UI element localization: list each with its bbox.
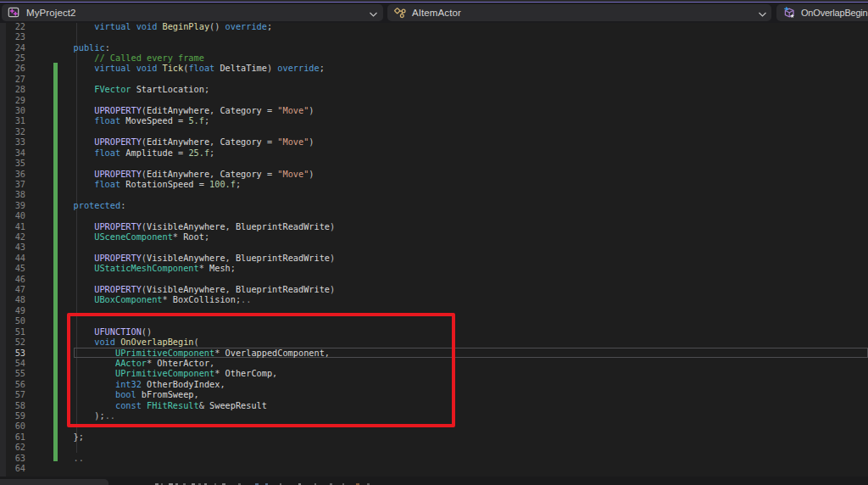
line-number: 55 [0, 368, 25, 378]
member-dropdown-label: OnOverlapBegin( [801, 8, 868, 18]
line-number: 26 [0, 63, 25, 73]
line-number: 52 [0, 337, 25, 347]
code-line[interactable]: protected: [74, 200, 126, 210]
code-line[interactable]: virtual void Tick(float DeltaTime) overr… [74, 63, 325, 73]
line-number: 50 [0, 315, 25, 326]
chevron-down-icon [758, 9, 767, 20]
line-number: 29 [0, 95, 25, 105]
line-number: 61 [0, 432, 25, 442]
line-number: 47 [0, 284, 25, 294]
line-number: 38 [0, 189, 25, 199]
class-scope-dropdown-label: AItemActor [412, 8, 461, 18]
line-number: 45 [0, 263, 25, 273]
line-number: 37 [0, 179, 25, 189]
code-line[interactable]: float MoveSpeed = 5.f; [74, 115, 209, 125]
line-number: 58 [0, 400, 25, 410]
code-line[interactable]: // Called every frame [74, 53, 204, 63]
line-number: 25 [0, 53, 25, 63]
line-number: 40 [0, 210, 25, 220]
code-line[interactable]: float RotationSpeed = 100.f; [74, 179, 242, 189]
line-number: 28 [0, 84, 25, 94]
bottom-panel-edge [0, 477, 868, 485]
line-number: 23 [0, 31, 25, 42]
code-line[interactable]: UPROPERTY(VisibleAnywhere, BlueprintRead… [74, 253, 336, 263]
line-number: 27 [0, 74, 25, 84]
code-line[interactable]: public: [74, 42, 110, 53]
code-line[interactable]: UBoxComponent* BoxCollision;.. [74, 294, 252, 304]
line-number: 57 [0, 389, 25, 399]
line-number: 56 [0, 379, 25, 389]
class-icon [394, 6, 407, 19]
line-number: 31 [0, 115, 25, 125]
line-number: 24 [0, 42, 25, 53]
code-line[interactable]: .. [74, 453, 84, 463]
code-line[interactable]: UPROPERTY(VisibleAnywhere, BlueprintRead… [74, 221, 336, 231]
horizontal-scrollbar-thumb[interactable] [0, 479, 108, 485]
vs-editor-window: { "navbar": { "accent_color": "#756bc2",… [0, 0, 868, 485]
line-number: 35 [0, 158, 25, 168]
line-number: 42 [0, 231, 25, 242]
code-line[interactable]: UPROPERTY(VisibleAnywhere, BlueprintRead… [74, 284, 336, 294]
line-number: 53 [0, 348, 25, 358]
project-dropdown[interactable]: MyProject2 [2, 4, 383, 22]
code-line[interactable]: UStaticMeshComponent* Mesh; [74, 263, 236, 273]
line-number: 39 [0, 200, 25, 210]
line-number: 41 [0, 221, 25, 231]
code-line[interactable]: }; [74, 432, 84, 442]
line-number: 32 [0, 126, 25, 137]
class-scope-dropdown[interactable]: AItemActor [387, 4, 771, 22]
line-number: 33 [0, 137, 25, 147]
line-number: 63 [0, 453, 25, 463]
code-line[interactable]: UPROPERTY(EditAnywhere, Category = "Move… [74, 105, 314, 115]
project-dropdown-label: MyProject2 [26, 8, 76, 18]
method-icon [783, 6, 795, 19]
editor-navigation-bar: MyProject2 AItemActor On [0, 0, 868, 23]
code-editor[interactable]: 2223242526272829303132333435363738394041… [0, 0, 868, 485]
code-line[interactable]: FVector StartLocation; [74, 84, 209, 94]
code-line[interactable]: USceneComponent* Root; [74, 231, 209, 242]
member-dropdown[interactable]: OnOverlapBegin( [776, 4, 868, 22]
chevron-down-icon [369, 9, 378, 20]
line-number: 54 [0, 358, 25, 368]
cpp-project-icon [8, 6, 19, 19]
red-annotation-rectangle [67, 313, 455, 426]
line-number: 44 [0, 253, 25, 263]
code-line[interactable]: UPROPERTY(EditAnywhere, Category = "Move… [74, 169, 314, 179]
line-number: 36 [0, 169, 25, 179]
line-number: 49 [0, 305, 25, 315]
line-number: 43 [0, 242, 25, 252]
change-tracking-bar [53, 63, 58, 460]
line-number: 48 [0, 294, 25, 304]
line-number: 60 [0, 421, 25, 431]
line-number: 62 [0, 442, 25, 452]
line-number: 59 [0, 410, 25, 421]
purple-accent-line [0, 2, 868, 3]
line-number: 34 [0, 148, 25, 158]
code-line[interactable]: float Amplitude = 25.f; [74, 148, 215, 158]
line-number: 51 [0, 326, 25, 337]
code-line[interactable]: UPROPERTY(EditAnywhere, Category = "Move… [74, 137, 314, 147]
line-number: 46 [0, 274, 25, 284]
line-number: 30 [0, 105, 25, 115]
line-number: 64 [0, 463, 25, 473]
